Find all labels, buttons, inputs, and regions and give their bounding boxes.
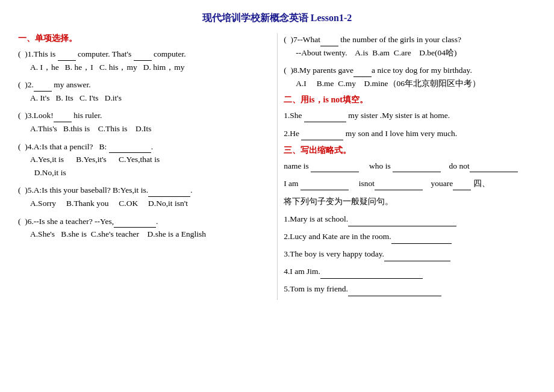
question-6: ( )6.--Is she a teacher? --Yes,. A.She's… bbox=[18, 215, 265, 241]
s4-q5: 5.Tom is my friend. bbox=[284, 282, 536, 296]
q6-choices: A.She's B.she is C.she's teacher D.she i… bbox=[30, 228, 265, 241]
question-4: ( )4.A:Is that a pencil? B: . A.Yes,it i… bbox=[18, 140, 265, 179]
s2-q1: 1.She my sister .My sister is at home. bbox=[284, 109, 536, 122]
s4-q1: 1.Mary is at school. bbox=[284, 213, 536, 226]
s4-q4: 4.I am Jim. bbox=[284, 265, 536, 279]
s3-row1: name is who is do not bbox=[284, 160, 536, 173]
question-3: ( )3.Look! his ruler. A.This's B.this is… bbox=[18, 109, 265, 135]
s3-row2: I am isnot youare 四、 bbox=[284, 177, 536, 190]
left-column: 一、单项选择。 ( )1.This is computer. That's co… bbox=[18, 33, 277, 300]
q7-choices: --About twenty. A.is B.am C.are D.be(04哈… bbox=[296, 46, 536, 60]
question-7: ( )7--What the number of the girls in yo… bbox=[284, 33, 536, 59]
q2-choices: A. It's B. Its C. I'ts D.it's bbox=[30, 92, 265, 105]
q1-choices: A. I，he B. he，I C. his，my D. him，my bbox=[30, 61, 265, 74]
s2-q2: 2.He my son and I love him very much. bbox=[284, 127, 536, 140]
q5-choices: A.Sorry B.Thank you C.OK D.No,it isn't bbox=[30, 197, 265, 210]
s3-note: 将下列句子变为一般疑问句。 bbox=[284, 195, 536, 208]
s4-q3: 3.The boy is very happy today. bbox=[284, 247, 536, 261]
q3-choices: A.This's B.this is C.This is D.Its bbox=[30, 122, 265, 135]
q8-choices: A.I B.me C.my D.mine（06年北京朝阳区中考） bbox=[296, 77, 536, 90]
right-column: ( )7--What the number of the girls in yo… bbox=[277, 33, 536, 300]
section1-title: 一、单项选择。 bbox=[18, 33, 265, 44]
question-2: ( )2. my answer. A. It's B. Its C. I'ts … bbox=[18, 78, 265, 104]
section2-title: 二、用is，is not填空。 bbox=[284, 95, 536, 105]
question-5: ( )5.A:Is this your baseball? B:Yes,it i… bbox=[18, 184, 265, 210]
page-title: 现代培训学校新概念英语 Lesson1-2 bbox=[18, 12, 536, 25]
question-1: ( )1.This is computer. That's computer. … bbox=[18, 48, 265, 73]
s4-q2: 2.Lucy and Kate are in the room. bbox=[284, 230, 536, 244]
q1-num: ( )1.This is bbox=[18, 49, 58, 58]
section3-title: 三、写出缩略式。 bbox=[284, 145, 536, 156]
question-8: ( )8.My parents gavea nice toy dog for m… bbox=[284, 64, 536, 90]
q4-choices: A.Yes,it is B.Yes,it's C.Yes,that is D.N… bbox=[30, 153, 265, 179]
